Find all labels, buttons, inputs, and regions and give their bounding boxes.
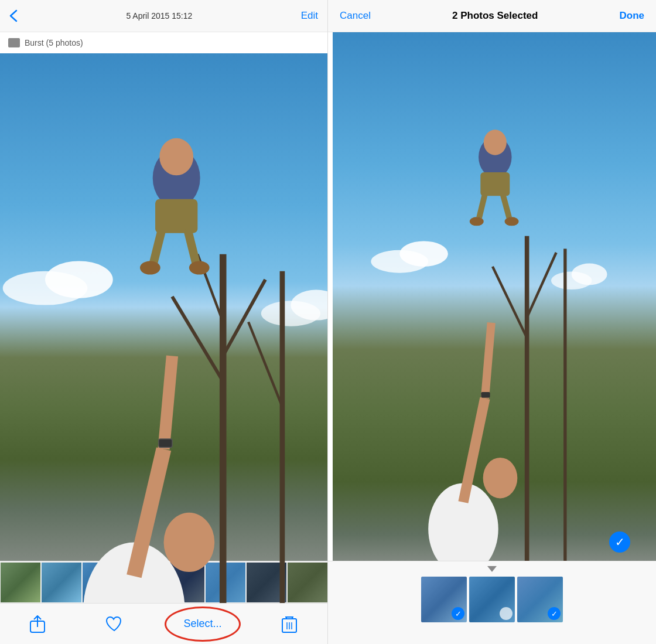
right-photo-area: ✓ (328, 32, 656, 561)
svg-point-31 (399, 241, 448, 266)
selection-title: 2 Photos Selected (452, 10, 538, 22)
svg-line-9 (248, 322, 282, 407)
svg-point-15 (159, 138, 193, 176)
svg-line-35 (493, 267, 527, 338)
photo-separator (328, 32, 333, 561)
right-thumb-1[interactable]: ✓ (421, 577, 467, 622)
svg-point-19 (140, 261, 160, 274)
partial-photo (638, 32, 656, 561)
right-bottom-area: ✓ ✓ (328, 561, 656, 644)
thumb-check-2 (500, 607, 512, 620)
svg-line-12 (134, 449, 164, 561)
right-thumb-2[interactable] (469, 577, 515, 622)
svg-point-43 (484, 130, 507, 155)
svg-line-6 (223, 280, 265, 356)
check-icon: ✓ (615, 535, 625, 549)
selection-indicator-triangle (487, 566, 497, 572)
svg-rect-49 (481, 392, 490, 398)
thumb-check-3: ✓ (548, 607, 561, 620)
svg-line-5 (172, 297, 223, 381)
right-header: Cancel 2 Photos Selected Done (328, 0, 656, 32)
svg-line-18 (187, 229, 196, 263)
svg-point-20 (189, 261, 210, 274)
svg-line-45 (479, 194, 485, 217)
svg-rect-21 (159, 439, 172, 447)
select-button[interactable]: Select... (183, 618, 221, 630)
thumb-check-1: ✓ (452, 607, 464, 620)
favorite-button[interactable] (105, 616, 123, 632)
left-panel: 5 April 2015 15:12 Edit Burst (5 photos) (0, 0, 328, 644)
cancel-button[interactable]: Cancel (340, 10, 371, 22)
svg-point-11 (164, 513, 215, 561)
bottom-toolbar: Select... (0, 603, 327, 644)
svg-rect-44 (480, 172, 510, 196)
right-photo-scene (333, 32, 638, 561)
right-thumb-3[interactable]: ✓ (517, 577, 563, 622)
svg-line-41 (485, 323, 491, 398)
svg-line-46 (503, 194, 509, 217)
svg-line-13 (164, 356, 172, 449)
svg-point-48 (505, 217, 519, 226)
svg-point-33 (572, 263, 607, 285)
main-photo-scene (0, 53, 327, 561)
svg-line-36 (527, 253, 556, 318)
svg-line-17 (153, 229, 162, 263)
delete-button[interactable] (282, 615, 297, 633)
svg-point-39 (483, 458, 518, 499)
select-button-wrapper: Select... (183, 618, 221, 630)
done-button[interactable]: Done (619, 10, 644, 22)
right-panel: Cancel 2 Photos Selected Done (328, 0, 656, 644)
share-button[interactable] (30, 615, 45, 633)
right-main-photo: ✓ (333, 32, 638, 561)
svg-point-47 (470, 217, 484, 226)
selection-checkmark: ✓ (609, 531, 630, 553)
main-photo (0, 53, 327, 561)
right-thumbnail-strip: ✓ ✓ (416, 574, 568, 625)
svg-point-1 (45, 261, 113, 298)
